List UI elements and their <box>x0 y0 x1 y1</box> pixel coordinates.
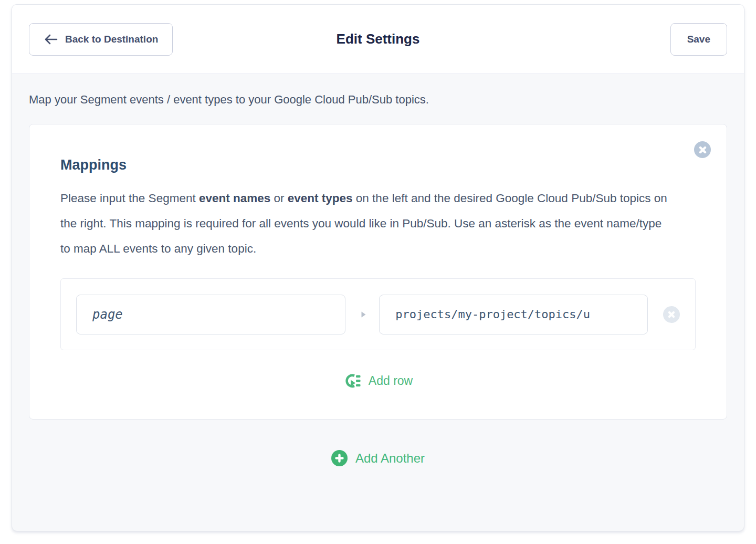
arrow-right-icon <box>361 311 366 318</box>
add-row-icon <box>343 373 361 389</box>
close-icon <box>699 146 707 154</box>
remove-setting-button[interactable] <box>694 141 711 158</box>
mapping-row <box>60 278 696 350</box>
remove-row-button[interactable] <box>663 306 680 323</box>
event-name-input[interactable] <box>76 295 345 334</box>
mappings-description: Please input the Segment event names or … <box>60 186 669 261</box>
plus-icon <box>331 450 348 466</box>
close-icon <box>668 311 675 318</box>
mappings-card: Mappings Please input the Segment event … <box>29 124 727 420</box>
save-button[interactable]: Save <box>670 23 727 56</box>
settings-content: Map your Segment events / event types to… <box>12 74 744 466</box>
add-another-link[interactable]: Add Another <box>29 450 727 466</box>
back-to-destination-button[interactable]: Back to Destination <box>29 23 173 56</box>
topic-input[interactable] <box>379 295 648 334</box>
add-row-label: Add row <box>369 374 413 388</box>
mappings-heading: Mappings <box>60 157 696 173</box>
header-bar: Back to Destination Edit Settings Save <box>12 5 744 74</box>
add-row-link[interactable]: Add row <box>60 373 696 389</box>
save-button-label: Save <box>687 34 710 45</box>
add-another-label: Add Another <box>355 451 425 466</box>
intro-text: Map your Segment events / event types to… <box>29 93 727 107</box>
back-button-label: Back to Destination <box>65 34 158 45</box>
arrow-left-icon <box>44 34 58 45</box>
settings-page: Back to Destination Edit Settings Save M… <box>12 4 744 531</box>
